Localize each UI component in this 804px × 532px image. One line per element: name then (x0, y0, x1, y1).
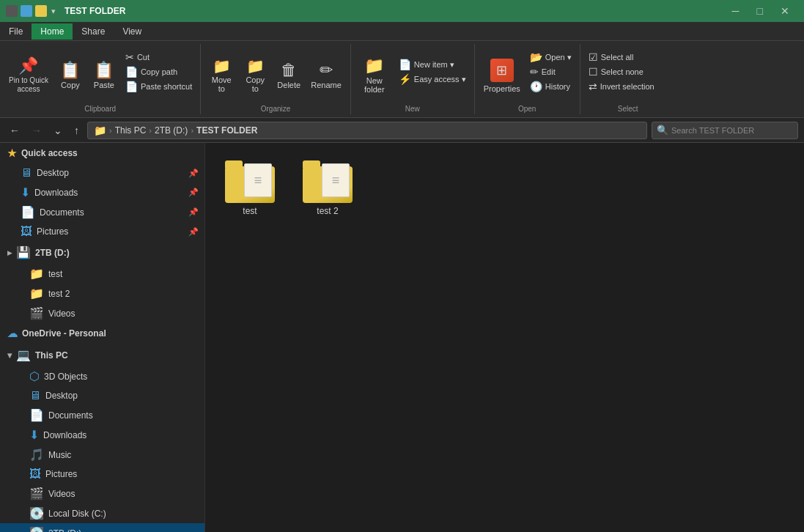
drive-2tb-icon: 💽 (29, 526, 44, 532)
copy-to-label: Copyto (246, 75, 265, 93)
paste-button[interactable]: 📋 Paste (88, 54, 120, 97)
sidebar-item-desktop-pc[interactable]: 🖥 Desktop (0, 386, 204, 405)
recent-button[interactable]: ⌄ (50, 123, 66, 138)
test2-folder-visual (303, 160, 353, 203)
menu-home[interactable]: Home (32, 23, 73, 40)
ribbon-open-buttons: ⊞ Properties 📂 Open ▾ ✏ Edit 🕐 History (479, 44, 575, 114)
sidebar-item-music-pc[interactable]: 🎵 Music (0, 445, 204, 465)
select-all-button[interactable]: ☑ Select all (585, 50, 658, 64)
search-box[interactable]: 🔍 Search TEST FOLDER (652, 122, 798, 139)
thispc-icon: 💻 (16, 348, 31, 362)
path-this-pc[interactable]: This PC (115, 125, 147, 136)
new-folder-label: Newfolder (364, 76, 385, 94)
sidebar-quick-access[interactable]: ★ Quick access (0, 143, 204, 163)
copy-to-icon: 📁 (246, 59, 265, 73)
properties-button[interactable]: ⊞ Properties (479, 54, 525, 97)
cut-button[interactable]: ✂ Cut (122, 50, 196, 64)
desktop-pc-icon: 🖥 (29, 389, 41, 402)
tb-icon-2 (21, 5, 32, 17)
open-button[interactable]: 📂 Open ▾ (526, 50, 575, 64)
easy-access-button[interactable]: ⚡ Easy access ▾ (395, 72, 470, 86)
properties-label: Properties (484, 84, 520, 93)
videos-2tb-icon: 🎬 (29, 306, 44, 320)
thispc-expand-icon: ▾ (7, 350, 12, 361)
sidebar-item-test[interactable]: 📁 test (0, 264, 204, 284)
file-item-test2[interactable]: test 2 (295, 155, 361, 222)
content-area: test test 2 (205, 143, 804, 532)
organize-label: Organize (201, 105, 350, 113)
new-folder-button[interactable]: 📁 Newfolder (355, 54, 394, 97)
sidebar-item-desktop-qa[interactable]: 🖥 Desktop 📌 (0, 163, 204, 182)
new-item-icon: 📄 (399, 59, 411, 70)
menu-bar: File Home Share View (0, 22, 804, 41)
test2-folder-icon: 📁 (29, 287, 44, 300)
sidebar-2tb[interactable]: ▸ 💾 2TB (D:) (0, 241, 204, 264)
sidebar-item-downloads-pc[interactable]: ⬇ Downloads (0, 425, 204, 445)
paste-shortcut-icon: 📄 (125, 81, 138, 92)
sidebar-onedrive[interactable]: ☁ OneDrive - Personal (0, 323, 204, 344)
easy-access-label: Easy access ▾ (414, 75, 466, 84)
back-button[interactable]: ← (6, 123, 23, 138)
path-2tb[interactable]: 2TB (D:) (155, 125, 188, 136)
desktop-qa-label: Desktop (37, 168, 69, 178)
forward-button[interactable]: → (28, 123, 45, 138)
rename-button[interactable]: ✏ Rename (306, 54, 346, 97)
2tb-icon: 💾 (16, 245, 31, 259)
ribbon-new-buttons: 📁 Newfolder 📄 New item ▾ ⚡ Easy access ▾ (355, 44, 470, 114)
ribbon-clipboard-small: ✂ Cut 📄 Copy path 📄 Paste shortcut (122, 47, 196, 104)
file-item-test[interactable]: test (217, 155, 283, 222)
sidebar-item-documents-pc[interactable]: 📄 Documents (0, 405, 204, 425)
address-bar: ← → ⌄ ↑ 📁 › This PC › 2TB (D:) › TEST FO… (0, 118, 804, 143)
sidebar-item-downloads-qa[interactable]: ⬇ Downloads 📌 (0, 182, 204, 202)
test-folder-icon: 📁 (29, 267, 44, 281)
new-folder-icon: 📁 (364, 58, 384, 74)
sidebar-item-3dobjects[interactable]: ⬡ 3D Objects (0, 366, 204, 386)
history-button[interactable]: 🕐 History (526, 79, 575, 94)
invert-selection-icon: ⇄ (589, 81, 597, 92)
sidebar-item-videos-2tb[interactable]: 🎬 Videos (0, 303, 204, 323)
paste-shortcut-button[interactable]: 📄 Paste shortcut (122, 79, 196, 94)
invert-selection-button[interactable]: ⇄ Invert selection (585, 79, 658, 94)
ribbon-group-clipboard: 📌 Pin to Quickaccess 📋 Copy 📋 Paste ✂ Cu… (0, 44, 201, 114)
close-button[interactable]: ✕ (772, 5, 798, 17)
title-bar-dropdown[interactable]: ▾ (51, 7, 56, 16)
select-none-button[interactable]: ☐ Select none (585, 64, 658, 79)
ribbon-select-small: ☑ Select all ☐ Select none ⇄ Invert sele… (585, 44, 658, 104)
address-path[interactable]: 📁 › This PC › 2TB (D:) › TEST FOLDER (87, 122, 647, 139)
menu-file[interactable]: File (0, 23, 32, 40)
sidebar-item-drive-2tb[interactable]: 💽 2TB (D:) (0, 523, 204, 532)
delete-button[interactable]: 🗑 Delete (273, 54, 305, 97)
edit-button[interactable]: ✏ Edit (526, 64, 575, 79)
menu-view[interactable]: View (114, 23, 150, 40)
sidebar-item-pictures-qa[interactable]: 🖼 Pictures 📌 (0, 222, 204, 241)
paste-icon: 📋 (94, 62, 114, 78)
ribbon-new-small: 📄 New item ▾ ⚡ Easy access ▾ (395, 54, 470, 97)
maximize-button[interactable]: □ (748, 5, 772, 17)
path-test-folder[interactable]: TEST FOLDER (196, 125, 257, 136)
ribbon-group-open: ⊞ Properties 📂 Open ▾ ✏ Edit 🕐 History O… (475, 44, 580, 114)
documents-qa-label: Documents (40, 207, 84, 218)
copy-button[interactable]: 📋 Copy (54, 54, 86, 97)
pin-button[interactable]: 📌 Pin to Quickaccess (4, 54, 53, 97)
sidebar-item-documents-qa[interactable]: 📄 Documents 📌 (0, 202, 204, 222)
menu-share[interactable]: Share (73, 23, 114, 40)
new-item-button[interactable]: 📄 New item ▾ (395, 57, 470, 72)
move-to-button[interactable]: 📁 Moveto (205, 54, 237, 97)
open-icon: 📂 (530, 51, 542, 63)
ribbon-organize-buttons: 📁 Moveto 📁 Copyto 🗑 Delete ✏ Rename (205, 44, 346, 114)
sidebar-item-test2[interactable]: 📁 test 2 (0, 284, 204, 303)
file-grid: test test 2 (217, 155, 792, 222)
sidebar-item-videos-pc[interactable]: 🎬 Videos (0, 484, 204, 503)
sidebar-item-local-c[interactable]: 💽 Local Disk (C:) (0, 503, 204, 523)
copy-to-button[interactable]: 📁 Copyto (239, 54, 271, 97)
copy-path-button[interactable]: 📄 Copy path (122, 64, 196, 79)
edit-icon: ✏ (530, 66, 539, 78)
up-button[interactable]: ↑ (70, 123, 83, 138)
sidebar: ★ Quick access 🖥 Desktop 📌 ⬇ Downloads 📌… (0, 143, 205, 532)
minimize-button[interactable]: ─ (723, 5, 748, 17)
3dobjects-icon: ⬡ (29, 369, 40, 383)
sidebar-this-pc[interactable]: ▾ 💻 This PC (0, 344, 204, 366)
ribbon-group-organize: 📁 Moveto 📁 Copyto 🗑 Delete ✏ Rename Orga… (201, 44, 351, 114)
sidebar-item-pictures-pc[interactable]: 🖼 Pictures (0, 465, 204, 484)
onedrive-label: OneDrive - Personal (22, 328, 106, 339)
